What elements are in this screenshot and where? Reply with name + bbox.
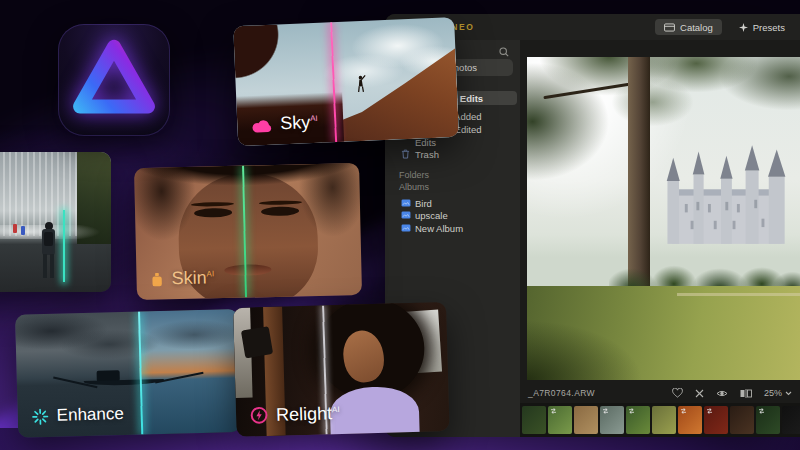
main-photo-dunrobin-castle bbox=[527, 57, 800, 380]
compare-before-after-icon[interactable] bbox=[740, 389, 752, 398]
edited-swap-icon bbox=[680, 408, 687, 414]
sidebar-item-label: Bird bbox=[415, 198, 432, 209]
triangle-logo-icon bbox=[68, 32, 160, 124]
catalog-label: Catalog bbox=[680, 22, 713, 33]
presets-button[interactable]: Presets bbox=[730, 19, 794, 35]
trash-icon bbox=[401, 149, 410, 159]
filmstrip-thumb[interactable] bbox=[626, 406, 650, 434]
card-title: Enhance bbox=[56, 405, 124, 425]
album-icon bbox=[401, 199, 411, 207]
filmstrip-thumb[interactable] bbox=[652, 406, 676, 434]
ai-superscript: AI bbox=[332, 405, 340, 414]
photo-footer-bar: _A7R0764.ARW 25% bbox=[520, 383, 800, 403]
filmstrip-thumb[interactable] bbox=[678, 406, 702, 434]
card-title: Sky bbox=[280, 112, 311, 133]
filmstrip-thumb[interactable] bbox=[548, 406, 572, 434]
hiker-silhouette bbox=[352, 73, 369, 94]
bolt-circle-icon bbox=[250, 406, 268, 424]
card-title: Relight bbox=[276, 403, 333, 425]
ai-superscript: AI bbox=[206, 269, 214, 278]
folders-section-header: Folders bbox=[399, 170, 429, 180]
edited-swap-icon bbox=[706, 408, 713, 414]
castle bbox=[653, 141, 798, 267]
filmstrip-thumb[interactable] bbox=[574, 406, 598, 434]
top-bar-buttons: Catalog Presets bbox=[655, 19, 794, 35]
filmstrip-thumb[interactable] bbox=[704, 406, 728, 434]
photo-canvas bbox=[520, 40, 800, 383]
filmstrip-thumb[interactable] bbox=[730, 406, 754, 434]
sidebar-item-trash[interactable]: Trash bbox=[388, 147, 517, 161]
filmstrip-thumb[interactable] bbox=[600, 406, 624, 434]
album-icon bbox=[401, 211, 411, 219]
tiny-person-red bbox=[13, 224, 17, 233]
card-title: Skin bbox=[171, 267, 206, 288]
footer-controls: 25% bbox=[672, 388, 792, 398]
edited-swap-icon bbox=[602, 408, 609, 414]
sidebar-item-label: Trash bbox=[415, 149, 439, 160]
skin-ai-card: SkinAI bbox=[134, 163, 362, 300]
zoom-level-value: 25% bbox=[764, 388, 782, 398]
lawn bbox=[527, 286, 800, 380]
bottle-icon bbox=[150, 271, 163, 287]
sidebar-album-upscale[interactable]: upscale bbox=[388, 208, 517, 222]
teal-divider-line bbox=[63, 210, 65, 282]
sidebar-album-new-album[interactable]: New Album bbox=[388, 221, 517, 235]
enhance-label: Enhance bbox=[32, 405, 125, 425]
filmstrip-thumb[interactable] bbox=[782, 406, 800, 434]
skin-label: SkinAI bbox=[150, 265, 214, 287]
filmstrip bbox=[520, 403, 800, 437]
quick-preview-eye-icon[interactable] bbox=[716, 389, 728, 398]
edited-swap-icon bbox=[758, 408, 765, 414]
zoom-level-control[interactable]: 25% bbox=[764, 388, 792, 398]
albums-section-header: Albums bbox=[399, 182, 429, 192]
cloud-icon bbox=[251, 119, 273, 134]
chevron-down-icon bbox=[785, 391, 792, 396]
filmstrip-thumb[interactable] bbox=[522, 406, 546, 434]
presets-label: Presets bbox=[753, 22, 785, 33]
relight-ai-card: RelightAI bbox=[233, 302, 450, 437]
filmstrip-thumb[interactable] bbox=[756, 406, 780, 434]
album-icon bbox=[401, 224, 411, 232]
luminar-neo-promo: LUMINAR NEO Catalog Presets Add Photos P… bbox=[0, 0, 800, 450]
sidebar-item-label: upscale bbox=[415, 210, 448, 221]
edited-swap-icon bbox=[628, 408, 635, 414]
logo-neo: NEO bbox=[451, 22, 474, 32]
enhance-card: Enhance bbox=[15, 309, 241, 438]
relight-label: RelightAI bbox=[250, 401, 340, 424]
edited-swap-icon bbox=[550, 408, 557, 414]
side-mirror bbox=[240, 326, 272, 359]
catalog-icon bbox=[664, 23, 675, 32]
garden-path bbox=[677, 293, 800, 296]
ai-superscript: AI bbox=[310, 114, 318, 123]
enhance-burst-icon bbox=[32, 408, 49, 425]
filename-label: _A7R0764.ARW bbox=[528, 388, 595, 398]
sky-ai-card: SkyAI bbox=[233, 17, 459, 146]
sky-label: SkyAI bbox=[251, 110, 318, 134]
catalog-button[interactable]: Catalog bbox=[655, 19, 722, 35]
sidebar-item-label: New Album bbox=[415, 223, 463, 234]
presets-sparkle-icon bbox=[739, 23, 748, 32]
tiny-person-blue bbox=[21, 226, 25, 235]
photographer-silhouette bbox=[40, 222, 57, 280]
waterfall-photo-card bbox=[0, 152, 111, 292]
reject-x-icon[interactable] bbox=[695, 389, 704, 398]
lavender-top bbox=[329, 385, 420, 437]
luminar-neo-app-icon bbox=[58, 24, 170, 136]
favorite-heart-icon[interactable] bbox=[672, 388, 683, 398]
